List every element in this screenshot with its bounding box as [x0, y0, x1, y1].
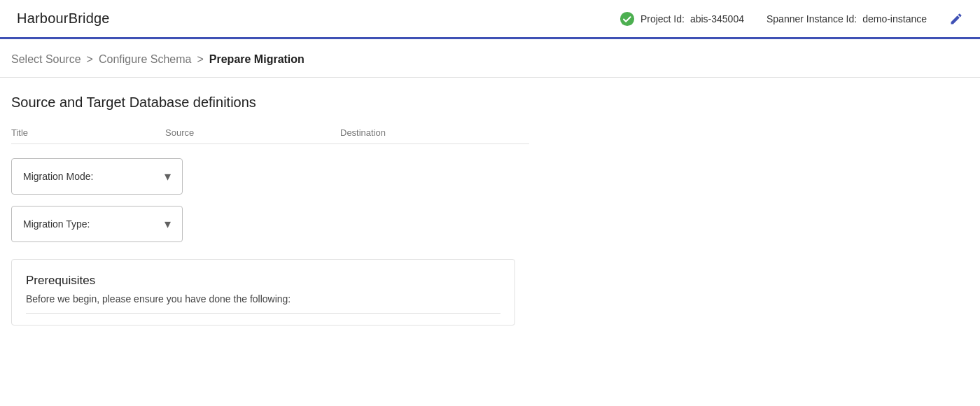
breadcrumb-step3: Prepare Migration	[209, 53, 304, 66]
breadcrumb-step1[interactable]: Select Source	[11, 53, 81, 66]
project-info: Project Id: abis-345004	[620, 11, 744, 27]
migration-type-label: Migration Type:	[23, 218, 90, 230]
dropdown-group: Migration Mode: ▾ Migration Type: ▾	[11, 158, 186, 242]
project-id-value: abis-345004	[690, 13, 744, 24]
migration-mode-dropdown[interactable]: Migration Mode: ▾	[11, 158, 183, 195]
migration-mode-label: Migration Mode:	[23, 171, 93, 182]
app-logo: HarbourBridge	[17, 10, 110, 27]
breadcrumb-sep2: >	[197, 53, 203, 66]
breadcrumb-sep1: >	[87, 53, 93, 66]
prerequisites-subtitle: Before we begin, please ensure you have …	[26, 293, 500, 304]
spanner-info: Spanner Instance Id: demo-instance	[766, 13, 927, 24]
project-id-label: Project Id:	[640, 13, 685, 24]
breadcrumb: Select Source > Configure Schema > Prepa…	[0, 39, 980, 78]
col-header-title: Title	[11, 127, 165, 138]
col-header-source: Source	[165, 127, 340, 138]
svg-point-0	[620, 11, 634, 25]
edit-icon[interactable]	[949, 12, 963, 26]
col-header-destination: Destination	[340, 127, 529, 138]
table-header: Title Source Destination	[11, 127, 529, 144]
migration-type-arrow-icon: ▾	[164, 216, 171, 232]
migration-mode-arrow-icon: ▾	[164, 169, 171, 184]
main-content: Source and Target Database definitions T…	[0, 78, 980, 342]
migration-type-dropdown[interactable]: Migration Type: ▾	[11, 206, 183, 242]
check-icon	[620, 11, 635, 27]
app-header: HarbourBridge Project Id: abis-345004 Sp…	[0, 0, 980, 39]
breadcrumb-step2[interactable]: Configure Schema	[99, 53, 192, 66]
header-right-section: Project Id: abis-345004 Spanner Instance…	[620, 11, 963, 27]
prerequisites-divider	[26, 313, 500, 314]
prerequisites-section: Prerequisites Before we begin, please en…	[11, 259, 515, 326]
prerequisites-title: Prerequisites	[26, 274, 500, 288]
spanner-instance-value: demo-instance	[862, 13, 927, 24]
section-title: Source and Target Database definitions	[11, 94, 969, 111]
spanner-instance-label: Spanner Instance Id:	[766, 13, 857, 24]
